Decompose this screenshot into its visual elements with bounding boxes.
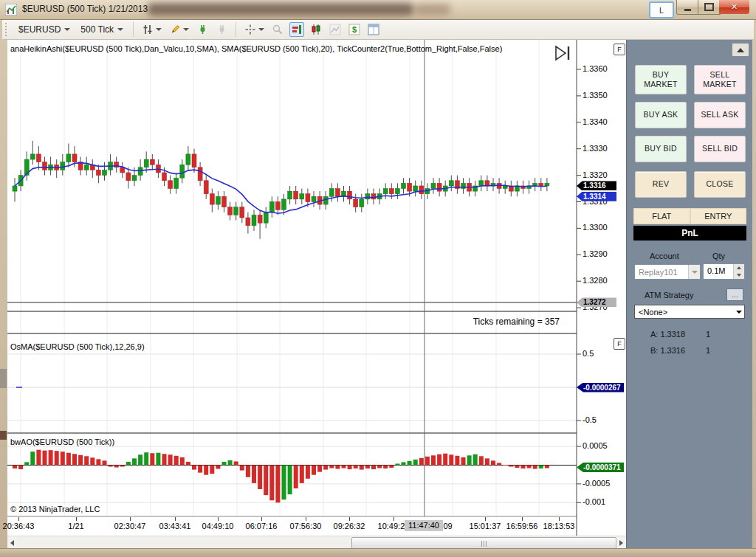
layout-grid-button[interactable]	[366, 22, 381, 37]
toolbar-separator	[133, 22, 134, 37]
chevron-down-icon	[688, 265, 700, 279]
flat-tab[interactable]: FLAT	[633, 208, 690, 224]
bwao-bar	[300, 466, 304, 483]
minimize-button[interactable]	[676, 0, 699, 15]
close-button[interactable]: ✕	[719, 0, 749, 14]
atm-strategy-select[interactable]: <None>	[634, 305, 745, 319]
bwao-bar	[408, 461, 412, 466]
bwao-bar	[180, 457, 185, 466]
bwao-bar	[497, 463, 501, 465]
candle-body	[395, 189, 399, 194]
zoom-icon	[272, 24, 284, 35]
scroll-right-button[interactable]	[616, 537, 626, 548]
interval-settings-button[interactable]	[140, 22, 163, 37]
bid-price-row: B: 1.3316	[650, 346, 685, 355]
titlebar[interactable]: $EURUSD (500 Tick) 1/21/2013 L ✕	[0, 0, 756, 20]
atm-options-button[interactable]: …	[726, 288, 743, 301]
spinner-up-button[interactable]	[734, 264, 744, 271]
candle-body	[180, 165, 185, 178]
candle-body	[545, 183, 549, 186]
candle-body	[371, 194, 376, 199]
candle-body	[192, 154, 196, 167]
dollar-button[interactable]: $	[347, 22, 362, 37]
bwao-bar	[515, 466, 519, 468]
panel-scroll-up-button[interactable]	[732, 43, 749, 57]
bwao-bar	[150, 453, 154, 465]
candle-body	[294, 191, 298, 199]
scroll-left-button[interactable]	[7, 537, 17, 548]
bar-style-button-selected[interactable]	[289, 22, 304, 37]
entry-tab[interactable]: ENTRY	[690, 208, 747, 224]
bwao-bar	[174, 456, 179, 466]
bwao-bar	[43, 451, 47, 466]
toolbar-separator	[236, 22, 236, 37]
svg-text:$: $	[352, 25, 357, 34]
reverse-button[interactable]: REV	[635, 171, 687, 198]
candle-style-button[interactable]	[309, 22, 323, 37]
toolbar-grip[interactable]	[5, 23, 10, 36]
arrow-up-icon	[737, 48, 744, 52]
bwao-bar	[66, 453, 71, 466]
disconnect-button[interactable]	[214, 22, 229, 37]
spinner-down-button[interactable]	[734, 271, 744, 279]
instrument-dropdown[interactable]: $EURUSD	[16, 23, 73, 36]
bwao-bar	[210, 466, 214, 474]
frame-mark	[0, 431, 7, 440]
account-select[interactable]: Replay101	[634, 264, 701, 280]
crosshair-button[interactable]	[243, 22, 266, 37]
drawing-tools-button[interactable]	[168, 22, 190, 37]
layout-button[interactable]: L	[649, 1, 674, 18]
blurred-watermark	[148, 3, 413, 15]
close-position-button[interactable]: CLOSE	[694, 171, 746, 198]
bwao-bar	[204, 466, 208, 475]
chevron-down-icon	[258, 28, 264, 31]
atm-strategy-value: <None>	[635, 308, 733, 316]
buy-ask-button[interactable]: BUY ASK	[635, 102, 687, 128]
qty-spinner[interactable]	[733, 264, 744, 279]
bwao-bar	[323, 466, 328, 470]
candle-body	[103, 170, 107, 175]
bwao-bar	[509, 466, 513, 467]
bwao-bar	[354, 466, 358, 469]
bwao-bar	[275, 466, 280, 503]
bar-style-icon	[291, 24, 303, 35]
bwao-bar	[84, 456, 89, 465]
bwao-bar	[383, 466, 388, 469]
bwao-bar	[449, 454, 453, 465]
candle-body	[348, 191, 352, 199]
maximize-button[interactable]	[698, 0, 721, 15]
connect-button[interactable]	[195, 22, 210, 37]
bwao-bar	[240, 466, 244, 471]
candle-body	[61, 162, 65, 170]
bwao-bar	[72, 454, 77, 465]
bwao-bar	[252, 466, 256, 483]
buy-market-button[interactable]: BUY MARKET	[635, 65, 687, 94]
sell-ask-button[interactable]: SELL ASK	[694, 102, 746, 128]
close-icon: ✕	[731, 2, 738, 12]
qty-value: 0.1M	[704, 264, 733, 279]
bwao-bar	[132, 458, 137, 465]
bwao-bar	[431, 455, 436, 465]
interval-dropdown[interactable]: 500 Tick	[78, 23, 126, 36]
candle-body	[150, 159, 154, 165]
line-style-button[interactable]	[328, 22, 343, 37]
chevron-down-icon	[64, 28, 70, 31]
sell-bid-button[interactable]: SELL BID	[694, 136, 746, 162]
bwao-bar	[533, 466, 537, 469]
qty-input[interactable]: 0.1M	[703, 263, 745, 280]
bwao-bar	[377, 466, 382, 468]
zoom-button[interactable]	[270, 22, 285, 37]
bwao-bar	[216, 466, 220, 469]
candle-body	[240, 207, 244, 218]
arrow-up-icon	[737, 266, 741, 269]
bwao-bar	[103, 460, 107, 465]
buy-bid-button[interactable]: BUY BID	[635, 136, 687, 162]
bwao-bar	[335, 466, 340, 469]
bwao-bar	[55, 451, 59, 465]
horizontal-scrollbar[interactable]	[7, 536, 626, 549]
bwao-bar	[109, 466, 113, 467]
window-bottom-frame	[0, 548, 756, 557]
sell-market-button[interactable]: SELL MARKET	[694, 65, 746, 94]
arrow-down-icon	[737, 274, 741, 277]
bwao-bar	[455, 456, 459, 466]
